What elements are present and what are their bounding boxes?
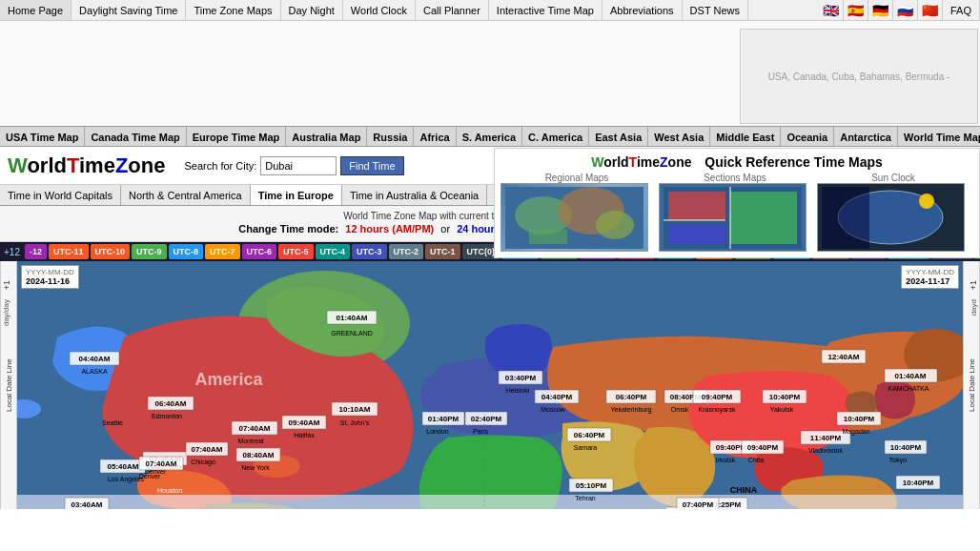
svg-text:06:40AM: 06:40AM	[155, 399, 187, 408]
nav-bar: Home Page Daylight Saving Time Time Zone…	[0, 0, 980, 21]
tz-africa[interactable]: Africa	[414, 127, 456, 147]
nav-abbreviations[interactable]: Abbreviations	[602, 0, 683, 21]
svg-point-3	[596, 211, 634, 239]
nav-call-planner[interactable]: Call Planner	[416, 0, 489, 21]
tz-east-asia[interactable]: East Asia	[589, 127, 648, 147]
tab-north-central-america[interactable]: North & Central America	[121, 185, 251, 206]
svg-text:Magadan: Magadan	[842, 428, 869, 436]
svg-text:06:40PM: 06:40PM	[574, 431, 605, 439]
nav-dst[interactable]: Daylight Saving Time	[71, 0, 186, 21]
svg-text:Yakutsk: Yakutsk	[770, 406, 794, 413]
tz-australia[interactable]: Australia Map	[286, 127, 367, 147]
tab-australia-oceania[interactable]: Time in Australia & Oceania	[342, 185, 487, 206]
utc-pill-utc-5[interactable]: UTC-5	[278, 244, 314, 259]
utc-pill-utc-8[interactable]: UTC-8	[169, 244, 204, 259]
nav-flags: 🇬🇧 🇪🇸 🇩🇪 🇷🇺 🇨🇳 FAQ	[819, 0, 980, 21]
svg-text:Omsk: Omsk	[671, 406, 689, 413]
svg-text:10:10AM: 10:10AM	[339, 405, 371, 414]
svg-text:09:40AM: 09:40AM	[289, 418, 320, 427]
svg-text:Yekaterinburg: Yekaterinburg	[611, 406, 652, 414]
svg-text:11:40PM: 11:40PM	[810, 434, 842, 442]
utc-pill-utc-7[interactable]: UTC-7	[205, 244, 240, 259]
svg-text:07:40AM: 07:40AM	[146, 459, 177, 468]
svg-rect-6	[668, 192, 725, 220]
svg-text:Irkutsk: Irkutsk	[716, 457, 736, 463]
utc-pill-utc-9[interactable]: UTC-9	[132, 244, 167, 259]
tz-middle-east[interactable]: Middle East	[710, 127, 781, 147]
tz-c-america[interactable]: C. America	[522, 127, 589, 147]
nav-home-page[interactable]: Home Page	[0, 0, 71, 21]
date-box-right: YYYY-MM-DD 2024-11-17	[901, 265, 959, 289]
day-label-left: day/day	[2, 299, 10, 326]
tab-europe[interactable]: Time in Europe	[251, 185, 342, 206]
qr-regional-map[interactable]	[500, 183, 648, 252]
flag-de[interactable]: 🇩🇪	[868, 0, 893, 21]
nav-dst-news[interactable]: DST News	[683, 0, 748, 21]
flag-uk[interactable]: 🇬🇧	[819, 0, 844, 21]
tz-usa[interactable]: USA Time Map	[0, 127, 85, 147]
svg-text:America: America	[194, 370, 263, 389]
flag-cn[interactable]: 🇨🇳	[918, 0, 943, 21]
qr-sections-map[interactable]	[659, 183, 806, 252]
svg-text:09:40PM: 09:40PM	[702, 393, 733, 401]
svg-text:Krasnoyarsk: Krasnoyarsk	[699, 406, 736, 414]
tz-canada[interactable]: Canada Time Map	[85, 127, 186, 147]
qr-sun-clock-map[interactable]	[817, 183, 965, 252]
search-input[interactable]	[260, 156, 337, 175]
svg-text:Chita: Chita	[748, 457, 764, 463]
svg-text:10:40PM: 10:40PM	[903, 479, 934, 487]
tz-europe[interactable]: Europe Time Map	[187, 127, 286, 147]
tz-s-america[interactable]: S. America	[457, 127, 522, 147]
tab-world-capitals[interactable]: Time in World Capitals	[0, 185, 121, 206]
quick-ref-panel: WorldTimeZone Quick Reference Time Maps …	[494, 148, 980, 258]
nav-tz-maps[interactable]: Time Zone Maps	[186, 0, 280, 21]
world-map-svg[interactable]: 04:40AM ALASKA 01:40AM GREENLAND 10:10AM…	[0, 261, 980, 509]
flag-ru[interactable]: 🇷🇺	[893, 0, 918, 21]
day-label-right: dayd	[970, 299, 978, 316]
svg-text:01:40AM: 01:40AM	[337, 314, 368, 322]
svg-text:GREENLAND: GREENLAND	[331, 330, 373, 337]
svg-text:10:40PM: 10:40PM	[769, 393, 801, 401]
svg-text:New York: New York	[241, 464, 270, 471]
utc-pill-utc-2[interactable]: UTC-2	[389, 244, 424, 259]
svg-text:Seattle: Seattle	[102, 419, 123, 426]
nav-interactive-time-map[interactable]: Interactive Time Map	[489, 0, 602, 21]
world-map-container[interactable]: Local Date Line +1 day/day Local Date Li…	[0, 261, 980, 509]
svg-text:04:40PM: 04:40PM	[541, 393, 573, 401]
tz-russia[interactable]: Russia	[367, 127, 414, 147]
tz-world[interactable]: World Time Map	[898, 127, 980, 147]
nav-world-clock[interactable]: World Clock	[343, 0, 416, 21]
utc-pill-utc-4[interactable]: UTC-4	[316, 244, 351, 259]
tz-west-asia[interactable]: West Asia	[648, 127, 710, 147]
12hour-link[interactable]: 12 hours (AM/PM)	[345, 223, 434, 235]
site-logo[interactable]: WorldTimeZone	[8, 153, 165, 178]
logo-search-row: WorldTimeZone Search for City: Find Time…	[0, 147, 980, 185]
qr-regional-label: Regional Maps	[500, 173, 653, 183]
nav-day-night[interactable]: Day Night	[281, 0, 343, 21]
tz-antarctica[interactable]: Antarctica	[834, 127, 898, 147]
svg-text:Samara: Samara	[574, 444, 598, 451]
svg-text:Vladivostok: Vladivostok	[808, 447, 843, 454]
utc-pill-utc-1[interactable]: UTC-1	[425, 244, 460, 259]
svg-text:10:40PM: 10:40PM	[844, 415, 875, 423]
svg-rect-14	[822, 187, 869, 249]
nav-faq[interactable]: FAQ	[943, 0, 980, 21]
svg-text:Helsinki: Helsinki	[506, 387, 530, 394]
top-ad-area: USA, Canada, Cuba, Bahamas, Bermuda -	[0, 21, 980, 126]
tz-oceania[interactable]: Oceania	[781, 127, 834, 147]
svg-text:London: London	[426, 428, 448, 435]
svg-text:KAMCHATKA: KAMCHATKA	[888, 385, 929, 392]
svg-point-15	[919, 194, 934, 209]
utc-pill-utc-10[interactable]: UTC-10	[91, 244, 131, 259]
or-separator: or	[440, 223, 453, 235]
utc-pill-utc-11[interactable]: UTC-11	[49, 244, 89, 259]
flag-es[interactable]: 🇪🇸	[844, 0, 868, 21]
svg-text:ALASKA: ALASKA	[81, 368, 108, 375]
qr-logo-title: WorldTimeZone Quick Reference Time Maps	[500, 154, 973, 170]
utc-pill-utc-6[interactable]: UTC-6	[242, 244, 277, 259]
qr-sunclock-label: Sun Clock	[817, 173, 970, 183]
svg-text:06:40PM: 06:40PM	[616, 393, 647, 401]
utc-pill-utc-3[interactable]: UTC-3	[352, 244, 387, 259]
find-time-button[interactable]: Find Time	[340, 156, 403, 175]
utc-pill--12[interactable]: -12	[25, 244, 47, 259]
